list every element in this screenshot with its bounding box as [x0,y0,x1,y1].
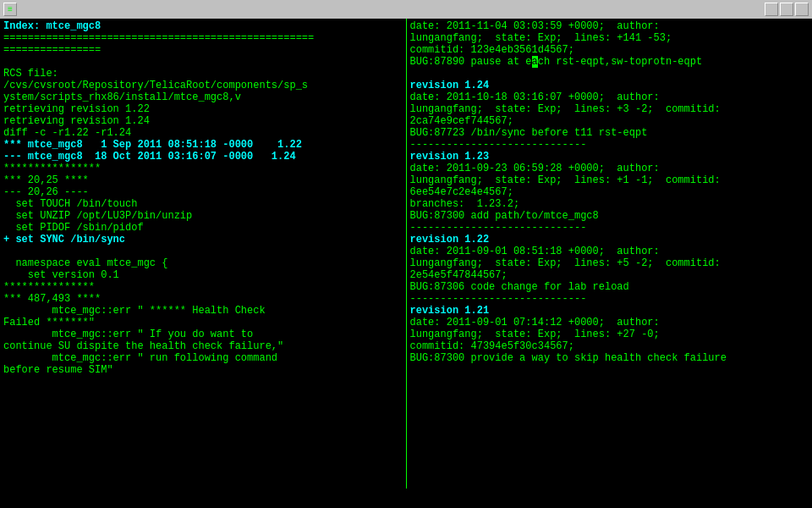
right-line-20: lungangfang; state: Exp; lines: +5 -2; c… [410,257,809,269]
left-line-2: ================ [3,44,403,56]
left-line-14: --- 20,26 ---- [3,186,403,198]
right-line-8: 2ca74e9cef744567; [410,115,809,127]
right-line-27: commitid: 47394e5f30c34567; [410,340,809,352]
left-line-21: set version 0.1 [3,269,403,281]
right-line-16: BUG:87300 add path/to/mtce_mgc8 [410,210,809,222]
left-pane: Index: mtce_mgc8========================… [0,19,407,489]
right-line-1: lungangfang; state: Exp; lines: +141 -53… [410,32,809,44]
left-line-8: retrieving revision 1.24 [3,115,403,127]
right-pane: date: 2011-11-04 03:03:59 +0000; author:… [407,19,813,489]
left-line-17: set PIDOF /sbin/pidof [3,222,403,234]
left-line-4: RCS file: [3,68,403,80]
right-line-5: revision 1.24 [410,80,809,91]
left-line-27: continue SU dispite the health check fai… [3,340,403,352]
right-line-11: revision 1.23 [410,151,809,163]
close-button[interactable] [795,3,809,16]
left-line-19 [3,246,403,257]
right-line-14: 6ee54e7c2e4e4567; [410,186,809,198]
right-line-23: ----------------------------- [410,293,809,305]
left-line-10: *** mtce_mgc8 1 Sep 2011 08:51:18 -0000 … [3,139,403,151]
right-line-7: lungangfang; state: Exp; lines: +3 -2; c… [410,103,809,115]
right-line-4 [410,68,809,80]
left-line-16: set UNZIP /opt/LU3P/bin/unzip [3,210,403,222]
left-line-26: mtce_mgc::err " If you do want to [3,329,403,340]
left-line-5: /cvs/cvsroot/Repository/TelicaRoot/compo… [3,80,403,91]
right-line-0: date: 2011-11-04 03:03:59 +0000; author: [410,20,809,32]
left-line-28: mtce_mgc::err " run following command [3,352,403,364]
right-line-15: branches: 1.23.2; [410,198,809,210]
right-line-9: BUG:87723 /bin/sync before t11 rst-eqpt [410,127,809,139]
left-line-1: ========================================… [3,32,403,44]
right-line-17: ----------------------------- [410,222,809,234]
left-line-24: mtce_mgc::err " ****** Health Check [3,305,403,317]
right-line-28: BUG:87300 provide a way to skip health c… [410,352,809,364]
left-line-23: *** 487,493 **** [3,293,403,305]
left-line-15: set TOUCH /bin/touch [3,198,403,210]
right-line-10: ----------------------------- [410,139,809,151]
left-line-13: *** 20,25 **** [3,174,403,186]
right-line-18: revision 1.22 [410,234,809,246]
right-line-22: BUG:87306 code change for lab reload [410,281,809,293]
left-line-12: **************** [3,163,403,174]
right-line-19: date: 2011-09-01 08:51:18 +0000; author: [410,246,809,257]
title-bar: ≡ [0,0,812,19]
left-line-11: --- mtce_mgc8 18 Oct 2011 03:16:07 -0000… [3,151,403,163]
left-line-0: Index: mtce_mgc8 [3,20,403,32]
right-line-6: date: 2011-10-18 03:16:07 +0000; author: [410,91,809,103]
right-line-3: BUG:87890 pause at each rst-eqpt,sw-topr… [410,56,809,68]
left-line-25: Failed *******" [3,317,403,329]
right-line-13: lungangfang; state: Exp; lines: +1 -1; c… [410,174,809,186]
left-line-6: ystem/scripts_rhx86/install/mtce_mgc8,v [3,91,403,103]
right-line-25: date: 2011-09-01 07:14:12 +0000; author: [410,317,809,329]
left-line-7: retrieving revision 1.22 [3,103,403,115]
left-line-18: + set SYNC /bin/sync [3,234,403,246]
right-line-21: 2e54e5f47844567; [410,269,809,281]
right-line-2: commitid: 123e4eb3561d4567; [410,44,809,56]
left-line-29: before resume SIM" [3,364,403,376]
left-line-20: namespace eval mtce_mgc { [3,257,403,269]
right-line-24: revision 1.21 [410,305,809,317]
left-line-3 [3,56,403,68]
maximize-button[interactable] [780,3,793,16]
left-line-9: diff -c -r1.22 -r1.24 [3,127,403,139]
left-line-22: *************** [3,281,403,293]
right-line-12: date: 2011-09-23 06:59:28 +0000; author: [410,163,809,174]
minimize-button[interactable] [765,3,778,16]
menu-icon[interactable]: ≡ [3,3,17,16]
right-line-26: lungangfang; state: Exp; lines: +27 -0; [410,329,809,340]
